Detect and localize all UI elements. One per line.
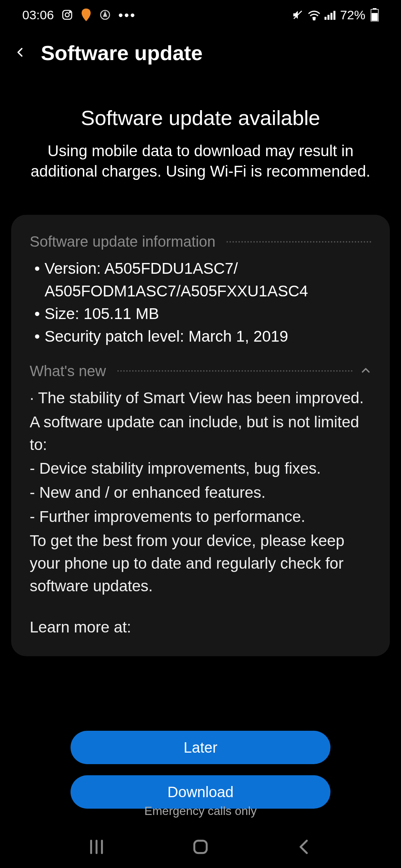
whats-new-heading[interactable]: What's new <box>19 363 382 387</box>
whats-new-line2: A software update can include, but is no… <box>30 411 371 456</box>
swiggy-icon <box>81 9 92 21</box>
whats-new-heading-text: What's new <box>30 363 106 379</box>
security-patch-line: Security patch level: March 1, 2019 <box>45 325 288 348</box>
version-line2: A505FODM1ASC7/A505FXXU1ASC4 <box>45 280 308 303</box>
status-bar: 03:06 ••• 72% <box>0 0 401 30</box>
size-line: Size: 105.11 MB <box>45 303 159 325</box>
whats-new-line3: To get the best from your device, please… <box>30 530 371 598</box>
svg-point-2 <box>69 11 71 13</box>
svg-rect-9 <box>333 11 335 20</box>
header-subtitle: Using mobile data to download may result… <box>30 141 371 181</box>
button-area: Later Download <box>0 731 401 809</box>
whats-new-body: · The stability of Smart View has been i… <box>19 387 382 639</box>
app-bar: Software update <box>0 30 401 83</box>
emergency-label: Emergency calls only <box>0 804 401 818</box>
wifi-icon <box>307 9 321 20</box>
home-icon[interactable] <box>191 838 210 858</box>
whats-new-bullet1: - Device stability improvements, bug fix… <box>30 457 371 480</box>
instagram-icon <box>61 9 73 21</box>
info-section-heading: Software update information <box>19 233 382 257</box>
system-nav-bar <box>0 827 401 868</box>
dotted-divider <box>117 370 353 372</box>
app-bar-title: Software update <box>41 41 203 65</box>
mute-icon <box>292 9 304 21</box>
svg-rect-8 <box>330 13 332 20</box>
cellular-signal-icon <box>325 10 336 20</box>
info-heading-text: Software update information <box>30 233 215 250</box>
status-time: 03:06 <box>22 8 54 22</box>
battery-percent: 72% <box>340 8 365 22</box>
back-nav-icon[interactable] <box>295 838 314 858</box>
dotted-divider <box>226 241 371 243</box>
recents-icon[interactable] <box>87 838 106 858</box>
battery-icon <box>371 8 379 22</box>
status-left: 03:06 ••• <box>22 8 136 22</box>
compass-icon <box>99 9 111 21</box>
svg-rect-12 <box>372 13 378 21</box>
chevron-up-icon[interactable] <box>360 363 371 379</box>
svg-rect-6 <box>325 17 326 20</box>
update-info-card[interactable]: Software update information •Version: A5… <box>11 215 390 656</box>
later-button[interactable]: Later <box>71 731 330 764</box>
info-list: •Version: A505FDDU1ASC7/ A505FODM1ASC7/A… <box>19 257 382 363</box>
header-block: Software update available Using mobile d… <box>0 83 401 215</box>
version-line1: Version: A505FDDU1ASC7/ <box>45 257 238 280</box>
svg-point-1 <box>65 13 69 17</box>
whats-new-bullet3: - Further improvements to performance. <box>30 506 371 528</box>
back-icon[interactable] <box>15 47 26 59</box>
header-title: Software update available <box>30 106 371 130</box>
svg-rect-16 <box>194 841 206 853</box>
status-right: 72% <box>292 8 379 22</box>
svg-rect-7 <box>327 15 329 20</box>
whats-new-line1: · The stability of Smart View has been i… <box>30 387 371 410</box>
more-notifications-icon: ••• <box>118 8 136 22</box>
download-button[interactable]: Download <box>71 775 330 809</box>
whats-new-bullet2: - New and / or enhanced features. <box>30 481 371 504</box>
svg-point-5 <box>313 19 315 20</box>
learn-more-line: Learn more at: <box>30 616 371 639</box>
